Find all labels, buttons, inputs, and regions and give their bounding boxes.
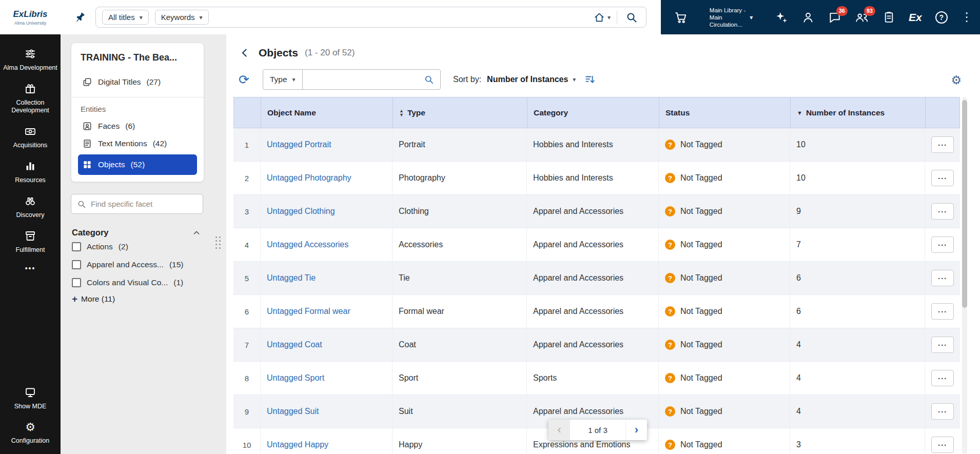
status-cell: ? Not Tagged	[659, 362, 790, 394]
entity-item-faces[interactable]: Faces (6)	[78, 117, 197, 135]
sort-by-control: Sort by: Number of Instances ▾	[453, 74, 596, 85]
search-submit-button[interactable]	[623, 11, 640, 24]
digital-titles-item[interactable]: Digital Titles (27)	[78, 73, 197, 91]
row-actions-button[interactable]: ···	[931, 403, 954, 420]
nav-item-fulfillment[interactable]: Fulfillment	[0, 228, 61, 256]
entity-item-text-mentions[interactable]: Text Mentions (42)	[78, 135, 197, 152]
archive-box-icon	[24, 230, 36, 242]
list-search-input[interactable]	[303, 75, 418, 84]
sort-by-dropdown[interactable]: Number of Instances ▾	[487, 75, 576, 84]
table-settings-button[interactable]: ⚙	[951, 73, 962, 87]
header-type[interactable]: ▲▼ Type	[393, 97, 527, 128]
checkbox-icon[interactable]	[72, 278, 81, 287]
global-search-input[interactable]	[215, 7, 587, 27]
object-name-link[interactable]: Untagged Accessories	[267, 240, 348, 249]
divider	[617, 11, 617, 24]
help-button[interactable]: ?	[935, 11, 948, 24]
actions-cell: ···	[925, 362, 960, 394]
nav-item-show-mde[interactable]: Show MDE	[0, 384, 61, 412]
object-name-link[interactable]: Untagged Portrait	[267, 140, 331, 149]
object-name-link[interactable]: Untagged Happy	[267, 440, 328, 449]
object-name-link[interactable]: Untagged Formal wear	[267, 307, 350, 316]
object-name-cell: Untagged Tie	[261, 262, 393, 294]
header-category[interactable]: Category	[527, 97, 659, 128]
row-actions-button[interactable]: ···	[931, 170, 954, 186]
row-actions-button[interactable]: ···	[931, 203, 954, 220]
search-scope-label: All titles	[108, 13, 135, 22]
object-name-link[interactable]: Untagged Clothing	[267, 207, 335, 216]
actions-cell: ···	[925, 262, 960, 294]
object-name-link[interactable]: Untagged Coat	[267, 340, 322, 349]
object-name-link[interactable]: Untagged Suit	[267, 407, 319, 416]
chevron-down-icon: ▾	[292, 76, 296, 83]
pin-search-button[interactable]	[71, 8, 89, 27]
header-status[interactable]: Status	[659, 97, 791, 128]
nav-item-resources[interactable]: Resources	[0, 158, 61, 186]
checkbox-icon[interactable]	[72, 260, 81, 269]
category-cell: Hobbies and Interests	[527, 128, 659, 161]
facet-option-colors[interactable]: Colors and Visual Co... (1)	[71, 273, 226, 291]
user-menu-button[interactable]	[801, 11, 815, 24]
search-index-dropdown[interactable]: Keywords ▾	[155, 10, 209, 25]
list-search-button[interactable]	[418, 74, 440, 85]
gear-icon: ⚙	[25, 422, 35, 433]
type-cell: Accessories	[393, 228, 527, 261]
location-selector[interactable]: Main Library - Main Circulation... ▾	[701, 7, 761, 28]
object-name-link[interactable]: Untagged Photography	[267, 173, 351, 183]
list-toolbar: ⟳ Type ▾ Sort by: Number of Instances ▾	[239, 68, 980, 91]
nav-item-collection-development[interactable]: Collection Development	[0, 81, 61, 116]
instances-cell: 4	[790, 362, 925, 394]
nav-item-discovery[interactable]: Discovery	[0, 193, 61, 221]
scrollbar-thumb[interactable]	[962, 100, 967, 308]
sort-direction-button[interactable]	[584, 74, 596, 85]
users-button[interactable]: 93	[855, 11, 869, 24]
row-number: 1	[233, 128, 261, 161]
more-facets-link[interactable]: + More (11)	[71, 294, 226, 304]
row-actions-button[interactable]: ···	[931, 370, 954, 386]
facet-option-apparel[interactable]: Apparel and Access... (15)	[71, 255, 226, 273]
chat-button[interactable]: 36	[828, 11, 841, 24]
panel-resize-handle[interactable]	[215, 232, 221, 253]
instances-cell: 10	[790, 128, 925, 161]
row-actions-button[interactable]: ···	[931, 270, 954, 286]
exlibris-logo-button[interactable]: Ex	[909, 11, 922, 24]
facet-option-actions[interactable]: Actions (2)	[71, 238, 226, 255]
row-actions-button[interactable]: ···	[931, 437, 954, 453]
next-page-button[interactable]: ›	[625, 420, 647, 440]
category-facet-header[interactable]: Category	[71, 228, 203, 238]
instances-cell: 7	[790, 228, 925, 261]
scrollbar-track[interactable]	[962, 97, 967, 454]
previous-page-button[interactable]: ‹	[548, 420, 570, 440]
table-row: 5 Untagged Tie Tie Apparel and Accessori…	[233, 262, 960, 295]
refresh-button[interactable]: ⟳	[239, 73, 249, 86]
category-cell: Apparel and Accessories	[527, 228, 659, 261]
row-number: 8	[233, 362, 261, 394]
nav-item-acquisitions[interactable]: Acquisitions	[0, 123, 61, 151]
type-filter-dropdown[interactable]: Type ▾	[263, 70, 303, 89]
more-menu-button[interactable]: ⋮	[961, 10, 973, 24]
tasks-button[interactable]	[883, 11, 895, 24]
nav-item-alma-development[interactable]: Alma Development	[0, 46, 61, 74]
cart-icon	[674, 11, 688, 24]
header-object-name[interactable]: Object Name	[261, 97, 393, 128]
cart-button[interactable]	[674, 11, 688, 24]
object-name-link[interactable]: Untagged Sport	[267, 373, 324, 383]
help-icon: ?	[935, 11, 948, 24]
object-name-link[interactable]: Untagged Tie	[267, 273, 316, 283]
entity-item-objects[interactable]: Objects (52)	[78, 154, 197, 175]
search-home-button[interactable]: ▾	[594, 12, 611, 23]
row-actions-button[interactable]: ···	[931, 337, 954, 353]
header-number-of-instances[interactable]: ▼ Number of Instances	[791, 97, 926, 128]
row-actions-button[interactable]: ···	[931, 303, 954, 320]
row-actions-button[interactable]: ···	[931, 136, 954, 153]
logo-brand: ExLibris	[13, 9, 47, 19]
search-scope-dropdown[interactable]: All titles ▾	[102, 10, 149, 25]
find-facet-input[interactable]	[91, 200, 197, 208]
status-cell: ? Not Tagged	[659, 228, 790, 261]
back-button[interactable]	[238, 46, 252, 60]
nav-item-configuration[interactable]: ⚙ Configuration	[0, 420, 61, 447]
ai-assistant-button[interactable]	[775, 11, 788, 24]
nav-item-more[interactable]: •••	[0, 263, 61, 274]
checkbox-icon[interactable]	[72, 242, 81, 251]
row-actions-button[interactable]: ···	[931, 236, 954, 253]
